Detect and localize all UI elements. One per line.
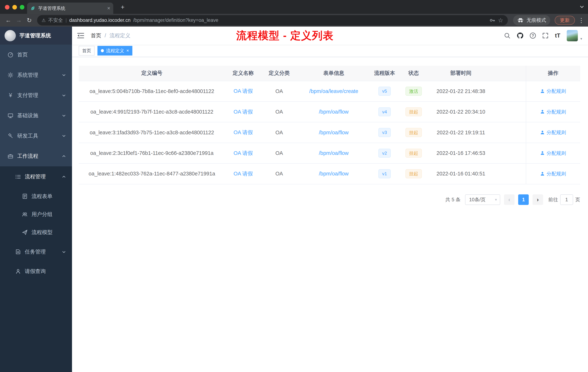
version-tag: v4 — [378, 107, 390, 117]
sidebar-item-process-mgmt[interactable]: 流程管理 — [0, 166, 72, 187]
version-tag: v1 — [378, 169, 390, 178]
forward-button[interactable]: → — [14, 15, 24, 25]
page-number-button[interactable]: 1 — [518, 194, 529, 205]
sidebar-item-infrastructure[interactable]: 基础设施 — [0, 106, 72, 126]
list-icon — [15, 174, 21, 180]
dashboard-icon — [8, 52, 13, 58]
person-icon — [540, 89, 545, 94]
browser-tab[interactable]: 芋道管理系统 × — [27, 2, 113, 14]
logo-title: 芋道管理系统 — [20, 32, 51, 39]
form-link[interactable]: /bpm/oa/flow — [319, 171, 349, 177]
status-badge: 挂起 — [405, 107, 422, 117]
goto-label: 前往 — [548, 196, 558, 203]
sidebar-item-task-mgmt[interactable]: 任务管理 — [0, 241, 72, 263]
address-bar[interactable]: ⚠ 不安全 | dashboard.yudao.iocoder.cn/bpm/m… — [37, 15, 508, 26]
assign-rule-link[interactable]: 分配规则 — [540, 129, 566, 136]
definition-id: oa_leave:3:1fad3d93-7b75-11ec-a3c8-acde4… — [79, 122, 225, 142]
reload-button[interactable]: ↻ — [24, 15, 34, 25]
deploy-time: 2022-01-22 21:48:38 — [429, 81, 493, 101]
window-close-button[interactable] — [5, 5, 10, 10]
window-zoom-button[interactable] — [20, 5, 24, 10]
tab-close-icon[interactable]: × — [107, 6, 110, 11]
page-goto-input[interactable] — [560, 194, 573, 205]
chevron-up-icon — [62, 154, 66, 158]
sidebar-item-process-model[interactable]: 流程模型 — [0, 223, 72, 241]
header-definition-id: 定义编号 — [79, 66, 225, 81]
next-page-button[interactable]: › — [533, 194, 543, 205]
status-badge: 挂起 — [405, 149, 422, 158]
sidebar-item-leave-query[interactable]: 请假查询 — [0, 263, 72, 280]
definition-name-link[interactable]: OA 请假 — [234, 108, 253, 116]
tag-home[interactable]: 首页 — [79, 46, 94, 56]
breadcrumb-current: 流程定义 — [109, 32, 130, 39]
assign-rule-link[interactable]: 分配规则 — [540, 150, 566, 156]
tag-close-icon[interactable]: × — [126, 48, 129, 53]
users-icon — [22, 211, 28, 217]
deploy-time: 2022-01-16 01:40:51 — [429, 164, 493, 184]
security-warning-icon: ⚠ — [42, 18, 46, 23]
form-link[interactable]: /bpm/oa/leave/create — [309, 88, 358, 94]
sidebar-item-dev-tools[interactable]: 研发工具 — [0, 126, 72, 146]
tab-search-chevron-icon[interactable] — [579, 4, 584, 11]
definition-category: OA — [262, 164, 297, 184]
chevron-down-icon — [62, 73, 66, 77]
assign-rule-link[interactable]: 分配规则 — [540, 109, 566, 115]
prev-page-button[interactable]: ‹ — [504, 194, 514, 205]
form-link[interactable]: /bpm/oa/flow — [319, 109, 349, 115]
fullscreen-icon[interactable] — [542, 33, 548, 39]
search-icon[interactable] — [504, 33, 510, 39]
incognito-chip[interactable]: 无痕模式 — [513, 15, 550, 26]
screen: 芋道管理系统 × + ← → ↻ ⚠ 不安全 | dashboard.yudao… — [0, 0, 588, 372]
page-unit-label: 页 — [575, 196, 580, 203]
password-key-icon[interactable] — [489, 17, 495, 23]
caret-down-icon: ▼ — [580, 37, 583, 41]
breadcrumb-home[interactable]: 首页 — [91, 32, 101, 39]
sidebar-collapse-icon[interactable] — [76, 32, 85, 40]
gear-icon — [8, 72, 13, 78]
back-button[interactable]: ← — [3, 15, 13, 25]
briefcase-icon — [8, 153, 13, 159]
deploy-time: 2022-01-16 17:46:53 — [429, 143, 493, 163]
form-link[interactable]: /bpm/oa/flow — [319, 130, 349, 136]
chrome-update-button[interactable]: 更新 — [555, 16, 575, 25]
active-tag-dot — [101, 49, 104, 52]
chevron-down-icon — [62, 93, 66, 98]
paper-plane-icon — [22, 229, 28, 235]
chevron-up-icon — [62, 175, 66, 179]
app: 芋道管理系统 首页 系统管理 ¥ 支付管理 — [0, 27, 588, 372]
form-link[interactable]: /bpm/oa/flow — [319, 150, 349, 156]
status-badge: 挂起 — [405, 128, 422, 137]
avatar[interactable] — [567, 30, 578, 41]
sidebar-item-workflow[interactable]: 工作流程 — [0, 146, 72, 166]
help-icon[interactable]: ? — [530, 33, 536, 39]
tab-favicon-leaf-icon — [30, 6, 35, 11]
browser-toolbar: ← → ↻ ⚠ 不安全 | dashboard.yudao.iocoder.cn… — [0, 14, 588, 27]
tag-process-definition[interactable]: 流程定义 × — [97, 46, 132, 56]
github-icon[interactable] — [517, 32, 524, 39]
user-menu[interactable]: ▼ — [567, 30, 583, 41]
form-icon — [22, 193, 28, 199]
sidebar-item-payment-mgmt[interactable]: ¥ 支付管理 — [0, 85, 72, 105]
breadcrumb-separator: / — [105, 33, 106, 39]
sidebar-item-home[interactable]: 首页 — [0, 44, 72, 65]
definition-name-link[interactable]: OA 请假 — [234, 150, 253, 157]
sidebar-item-user-group[interactable]: 用户分组 — [0, 205, 72, 223]
definition-name-link[interactable]: OA 请假 — [234, 88, 253, 95]
definition-name-link[interactable]: OA 请假 — [234, 170, 253, 177]
definition-id: oa_leave:4:991f2193-7b7f-11ec-a3c8-acde4… — [79, 102, 225, 122]
window-minimize-button[interactable] — [12, 5, 17, 10]
sidebar-item-process-form[interactable]: 流程表单 — [0, 187, 72, 205]
page-size-select[interactable]: 10条/页 ▾ — [465, 194, 500, 205]
deploy-time: 2022-01-22 20:34:10 — [429, 102, 493, 122]
bookmark-star-icon[interactable]: ☆ — [498, 17, 504, 24]
font-size-icon[interactable]: tT — [555, 33, 560, 39]
assign-rule-link[interactable]: 分配规则 — [540, 88, 566, 94]
sidebar-item-system-mgmt[interactable]: 系统管理 — [0, 65, 72, 85]
version-tag: v2 — [378, 149, 390, 158]
window-controls — [5, 5, 24, 10]
browser-tab-strip: 芋道管理系统 × + — [0, 0, 588, 14]
assign-rule-link[interactable]: 分配规则 — [540, 171, 566, 177]
new-tab-button[interactable]: + — [118, 3, 127, 11]
browser-menu-icon[interactable]: ⋮ — [578, 17, 585, 24]
definition-name-link[interactable]: OA 请假 — [234, 129, 253, 136]
